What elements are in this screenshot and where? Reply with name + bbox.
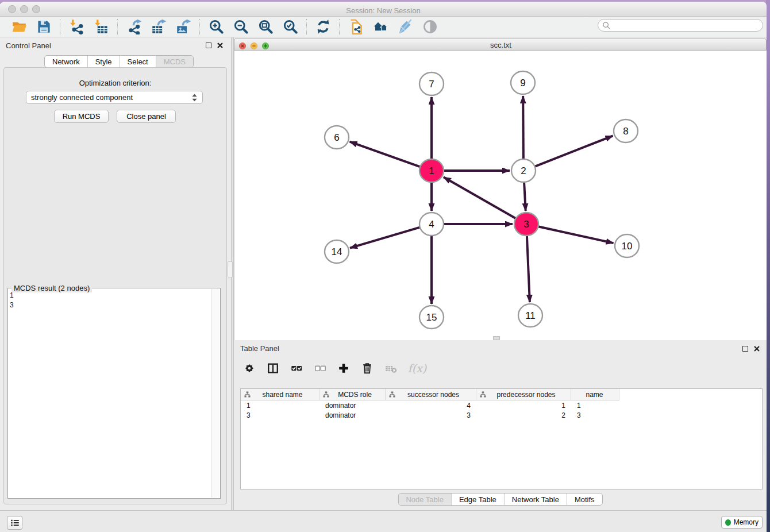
column-header-predecessor-nodes[interactable]: predecessor nodes <box>476 389 571 400</box>
memory-status-dot <box>725 519 731 526</box>
export-network-icon <box>126 19 142 34</box>
close-panel-button[interactable]: Close panel <box>117 110 176 123</box>
graph-edge-4-14[interactable] <box>350 228 420 248</box>
show-all-button[interactable] <box>418 17 442 37</box>
export-image-button[interactable] <box>171 17 196 37</box>
hide-selected-button[interactable] <box>393 17 418 37</box>
memory-button[interactable]: Memory <box>721 516 763 529</box>
table-settings-button[interactable] <box>242 361 257 376</box>
node-table-rows: 1dominator4113dominator323 <box>241 400 762 420</box>
run-mcds-button[interactable]: Run MCDS <box>54 110 109 123</box>
table-panel-float-button[interactable] <box>742 346 748 352</box>
import-network-icon <box>69 19 84 34</box>
select-all-button[interactable] <box>289 361 304 376</box>
cell-mcds_role: dominator <box>319 402 386 410</box>
graph-edge-3-10[interactable] <box>538 226 614 243</box>
table-tab-node-table[interactable]: Node Table <box>398 494 451 505</box>
refresh-button[interactable] <box>311 17 336 37</box>
function-builder-button[interactable]: f(x) <box>407 361 428 376</box>
add-row-button[interactable] <box>336 361 351 376</box>
export-network-button[interactable] <box>122 17 147 37</box>
table-row[interactable]: 3dominator323 <box>241 410 762 420</box>
graph-node-11[interactable]: 11 <box>518 304 542 327</box>
zoom-out-button[interactable] <box>229 17 253 37</box>
graph-edge-3-11[interactable] <box>527 236 530 302</box>
svg-text:14: 14 <box>332 246 342 257</box>
table-row[interactable]: 1dominator411 <box>241 400 762 410</box>
horizontal-splitter-handle[interactable] <box>493 336 500 340</box>
search-box[interactable] <box>598 19 763 32</box>
table-tab-edge-table[interactable]: Edge Table <box>451 494 504 505</box>
search-input[interactable] <box>611 21 763 30</box>
control-panel-float-button[interactable] <box>206 43 211 48</box>
select-all-icon <box>290 362 303 375</box>
cell-name: 1 <box>571 402 619 410</box>
first-neighbors-button[interactable] <box>368 17 393 37</box>
graph-node-2[interactable]: 2 <box>511 159 536 182</box>
column-header-name[interactable]: name <box>571 389 619 400</box>
svg-text:9: 9 <box>520 78 525 88</box>
graph-node-10[interactable]: 10 <box>615 234 639 257</box>
graph-edge-3-1[interactable] <box>444 177 516 218</box>
tab-mcds[interactable]: MCDS <box>156 56 193 67</box>
network-window-titlebar: scc.txt <box>234 38 767 51</box>
svg-text:7: 7 <box>429 79 434 90</box>
import-table-button[interactable] <box>89 17 114 37</box>
mcds-result-box <box>7 288 221 499</box>
graph-node-3[interactable]: 3 <box>514 213 538 236</box>
show-columns-button[interactable] <box>265 361 280 376</box>
table-toolbar: f(x) <box>242 358 428 378</box>
graph-edge-2-8[interactable] <box>535 136 613 166</box>
network-from-selection-button[interactable] <box>344 17 368 37</box>
graph-node-15[interactable]: 15 <box>419 306 444 329</box>
svg-text:10: 10 <box>622 241 633 252</box>
delete-column-button[interactable] <box>383 361 398 376</box>
graph-node-7[interactable]: 7 <box>419 72 444 95</box>
first-neighbors-icon <box>373 19 388 34</box>
column-header-successor-nodes[interactable]: successor nodes <box>386 389 476 400</box>
import-network-button[interactable] <box>64 17 89 37</box>
save-session-icon <box>36 19 52 34</box>
tab-style[interactable]: Style <box>87 56 120 67</box>
column-header-shared-name[interactable]: shared name <box>241 389 319 400</box>
mcds-result-line: 3 <box>10 300 210 310</box>
criterion-select[interactable]: strongly connected component <box>26 91 203 104</box>
graph-node-4[interactable]: 4 <box>419 213 444 236</box>
unselect-all-button[interactable] <box>313 361 328 376</box>
zoom-selected-icon <box>283 19 298 34</box>
graph-edge-2-9[interactable] <box>523 96 523 159</box>
export-table-button[interactable] <box>147 17 171 37</box>
table-panel-close-button[interactable] <box>754 346 760 352</box>
zoom-fit-button[interactable] <box>253 17 278 37</box>
table-tab-network-table[interactable]: Network Table <box>504 494 567 505</box>
hide-selected-icon <box>398 19 413 34</box>
zoom-selected-button[interactable] <box>278 17 303 37</box>
svg-text:6: 6 <box>334 132 339 143</box>
mcds-result-scrollbar[interactable] <box>211 289 220 498</box>
graph-node-1[interactable]: 1 <box>419 159 444 182</box>
cell-mcds_role: dominator <box>319 411 386 419</box>
open-session-button[interactable] <box>7 17 32 37</box>
node-table[interactable]: shared nameMCDS rolesuccessor nodesprede… <box>240 388 763 489</box>
zoom-in-button[interactable] <box>204 17 229 37</box>
tab-select[interactable]: Select <box>120 56 156 67</box>
control-panel-close-button[interactable] <box>217 43 223 48</box>
graph-node-8[interactable]: 8 <box>614 119 638 142</box>
network-canvas[interactable]: 7968124314101511 <box>234 51 767 340</box>
mcds-result-line: 1 <box>10 291 210 300</box>
graph-node-6[interactable]: 6 <box>325 126 349 149</box>
graph-edge-2-3[interactable] <box>524 182 526 211</box>
graph-node-14[interactable]: 14 <box>325 240 349 263</box>
delete-row-button[interactable] <box>360 361 375 376</box>
network-window-title: scc.txt <box>234 41 767 49</box>
graph-node-9[interactable]: 9 <box>511 71 535 94</box>
svg-text:3: 3 <box>523 219 529 230</box>
tab-network[interactable]: Network <box>45 56 87 67</box>
table-tab-motifs[interactable]: Motifs <box>567 494 602 505</box>
column-header-mcds-role[interactable]: MCDS role <box>319 389 386 400</box>
save-session-button[interactable] <box>32 17 56 37</box>
task-history-button[interactable] <box>7 516 22 530</box>
optimization-criterion-label: Optimization criterion: <box>3 79 227 87</box>
vertical-splitter-handle[interactable] <box>228 261 233 277</box>
graph-edge-1-6[interactable] <box>350 142 421 167</box>
